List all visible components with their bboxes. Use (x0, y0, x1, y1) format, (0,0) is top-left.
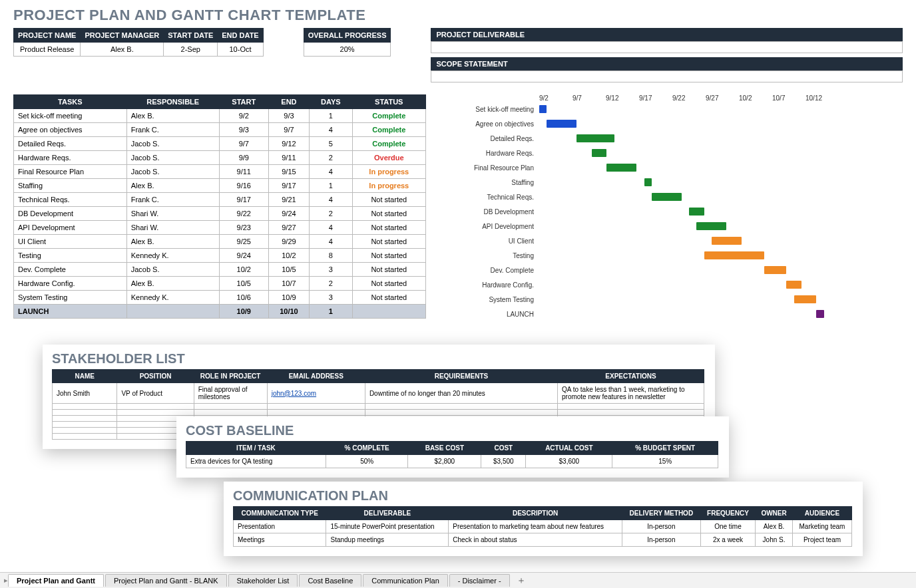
stake-email[interactable]: john@123.com (267, 383, 365, 404)
sheet-tab[interactable]: Project Plan and Gantt (8, 574, 104, 587)
task-row[interactable]: Hardware Config.Alex B.10/510/72Not star… (14, 277, 426, 291)
gantt-bar[interactable] (816, 310, 823, 318)
deliverable-header: PROJECT DELIVERABLE (431, 28, 903, 41)
gantt-row: Testing (466, 248, 839, 263)
gantt-bar[interactable] (764, 266, 787, 274)
progress-value: 20% (304, 43, 391, 57)
scope-header: SCOPE STATEMENT (431, 57, 903, 71)
task-row[interactable]: Technical Reqs.Frank C.9/179/214Not star… (14, 193, 426, 207)
cost-title: COST BASELINE (176, 416, 729, 441)
progress-table: OVERALL PROGRESS 20% (304, 28, 391, 57)
gantt-row: UI Client (466, 233, 839, 248)
gantt-bar[interactable] (644, 178, 652, 186)
scope-body[interactable] (431, 71, 903, 82)
task-row[interactable]: UI ClientAlex B.9/259/294Not started (14, 235, 426, 249)
stakeholder-title: STAKEHOLDER LIST (43, 345, 715, 369)
gantt-row: Agree on objectives (466, 116, 839, 131)
gantt-row: Staffing (466, 175, 839, 190)
gantt-row: API Development (466, 219, 839, 233)
gantt-bar[interactable] (696, 222, 726, 230)
sheet-tab[interactable]: Communication Plan (363, 574, 448, 587)
task-row[interactable]: Set kick-off meetingAlex B.9/29/31Comple… (14, 109, 426, 123)
sheet-tab[interactable]: - Disclaimer - (449, 574, 510, 587)
task-row[interactable]: Detailed Reqs.Jacob S.9/79/125Complete (14, 137, 426, 151)
sheet-tab[interactable]: Stakeholder List (228, 574, 298, 587)
gantt-bar[interactable] (539, 105, 547, 113)
task-row[interactable]: TestingKennedy K.9/2410/28Not started (14, 249, 426, 263)
gantt-row: DB Development (466, 204, 839, 219)
tab-add-button[interactable]: ＋ (511, 575, 531, 587)
comm-panel: COMMUNICATION PLAN COMMUNICATION TYPEDEL… (224, 482, 863, 556)
gantt-row: Hardware Config. (466, 277, 839, 292)
task-row[interactable]: API DevelopmentShari W.9/239/274Not star… (14, 221, 426, 235)
task-row[interactable]: DB DevelopmentShari W.9/229/242Not start… (14, 207, 426, 221)
gantt-bar[interactable] (794, 295, 817, 303)
gantt-row: Technical Reqs. (466, 190, 839, 204)
project-info-table: PROJECT NAMEPROJECT MANAGERSTART DATEEND… (13, 28, 264, 57)
deliverable-body[interactable] (431, 41, 903, 53)
stake-exp: QA to take less than 1 week, marketing t… (558, 383, 704, 404)
gantt-bar[interactable] (689, 208, 704, 216)
gantt-row: System Testing (466, 292, 839, 307)
task-row[interactable]: Agree on objectivesFrank C.9/39/74Comple… (14, 123, 426, 137)
cost-panel: COST BASELINE ITEM / TASK% COMPLETEBASE … (176, 416, 729, 478)
gantt-bar[interactable] (712, 237, 742, 245)
stake-role: Final approval of milestones (194, 383, 267, 404)
gantt-row: LAUNCH (466, 307, 839, 321)
sheet-tab[interactable]: Project Plan and Gantt - BLANK (105, 574, 227, 587)
gantt-row: Dev. Complete (466, 263, 839, 277)
comm-title: COMMUNICATION PLAN (224, 482, 863, 506)
gantt-bar[interactable] (592, 149, 607, 157)
gantt-bar[interactable] (576, 134, 614, 142)
task-row[interactable]: StaffingAlex B.9/169/171In progress (14, 179, 426, 193)
task-row[interactable]: Hardware Reqs.Jacob S.9/99/112Overdue (14, 151, 426, 165)
launch-row[interactable]: LAUNCH10/910/101 (14, 305, 426, 319)
gantt-bar[interactable] (547, 120, 576, 128)
task-table: TASKSRESPONSIBLESTARTENDDAYSSTATUS Set k… (13, 94, 426, 319)
stake-req: Downtime of no longer than 20 minutes (365, 383, 557, 404)
task-row[interactable]: Final Resource PlanJacob S.9/119/154In p… (14, 165, 426, 179)
sheet-tab[interactable]: Cost Baseline (299, 574, 361, 587)
gantt-row: Set kick-off meeting (466, 102, 839, 116)
sheet-tabs: ▸ Project Plan and GanttProject Plan and… (0, 572, 916, 588)
gantt-row: Final Resource Plan (466, 160, 839, 175)
gantt-chart: 9/29/79/129/179/229/2710/210/710/12 Set … (466, 94, 839, 321)
comm-row[interactable]: MeetingsStandup meetingsCheck in about s… (234, 533, 852, 547)
stake-name: John Smith (53, 383, 117, 404)
gantt-row: Detailed Reqs. (466, 131, 839, 146)
gantt-row: Hardware Reqs. (466, 146, 839, 160)
stake-pos: VP of Product (117, 383, 194, 404)
comm-row[interactable]: Presentation15-minute PowerPoint present… (234, 520, 852, 533)
task-row[interactable]: Dev. CompleteJacob S.10/210/53Not starte… (14, 263, 426, 277)
gantt-bar[interactable] (652, 193, 682, 201)
page-title: PROJECT PLAN AND GANTT CHART TEMPLATE (13, 7, 903, 24)
gantt-bar[interactable] (606, 164, 636, 172)
gantt-bar[interactable] (786, 281, 802, 289)
progress-header: OVERALL PROGRESS (304, 29, 391, 43)
gantt-bar[interactable] (704, 251, 764, 259)
task-row[interactable]: System TestingKennedy K.10/610/93Not sta… (14, 291, 426, 305)
